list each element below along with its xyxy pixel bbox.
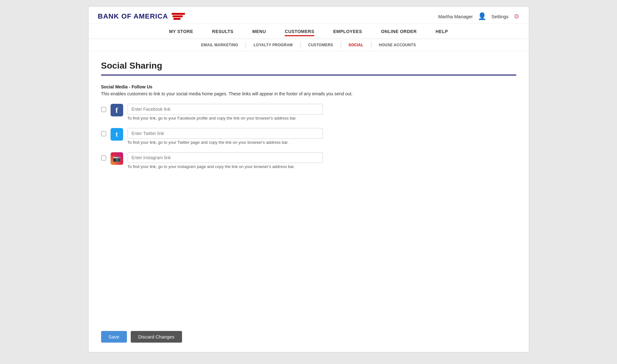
save-button[interactable]: Save [101, 331, 127, 343]
nav-help[interactable]: HELP [436, 29, 448, 36]
facebook-input-area: To find your link, go to your Facebook p… [128, 104, 516, 120]
facebook-row: f To find your link, go to your Facebook… [101, 104, 516, 120]
twitter-input[interactable] [128, 128, 323, 139]
settings-label: Settings [491, 14, 508, 19]
primary-nav: MY STORE RESULTS MENU CUSTOMERS EMPLOYEE… [89, 24, 529, 39]
subnav-customers[interactable]: CUSTOMERS [300, 42, 341, 48]
settings-icon[interactable]: ⚙ [514, 13, 519, 20]
facebook-checkbox[interactable] [101, 107, 106, 112]
nav-results[interactable]: RESULTS [212, 29, 233, 36]
section-title: Social Media - Follow Us [101, 84, 516, 89]
twitter-checkbox[interactable] [101, 131, 106, 136]
nav-online-order[interactable]: ONLINE ORDER [381, 29, 417, 36]
instagram-hint: To find your link, go to your Instagram … [128, 164, 516, 169]
nav-menu[interactable]: MENU [252, 29, 266, 36]
header-right: Martha Manager 👤 Settings ⚙ [438, 12, 519, 20]
nav-employees[interactable]: EMPLOYEES [333, 29, 362, 36]
instagram-input-area: To find your link, go to your Instagram … [128, 152, 516, 169]
user-name: Martha Manager [438, 14, 473, 19]
discard-changes-button[interactable]: Discard Changes [131, 331, 182, 343]
instagram-icon: 📷 [111, 152, 123, 165]
nav-customers[interactable]: CUSTOMERS [285, 29, 314, 36]
facebook-hint: To find your link, go to your Facebook p… [128, 116, 516, 120]
twitter-hint: To find your link, go to your Twitter pa… [128, 140, 516, 145]
brand-name: BANK OF AMERICA [98, 12, 168, 20]
instagram-checkbox[interactable] [101, 155, 106, 160]
section-desc: This enables customers to link to your s… [101, 91, 516, 96]
footer-buttons: Save Discard Changes [89, 325, 529, 352]
nav-my-store[interactable]: MY STORE [169, 29, 193, 36]
twitter-row: t To find your link, go to your Twitter … [101, 128, 516, 145]
subnav-social[interactable]: SOCIAL [341, 42, 371, 48]
instagram-row: 📷 To find your link, go to your Instagra… [101, 152, 516, 169]
page-divider [101, 75, 516, 76]
twitter-input-area: To find your link, go to your Twitter pa… [128, 128, 516, 145]
header: BANK OF AMERICA Martha Manager 👤 Setting… [89, 7, 529, 24]
subnav-loyalty-program[interactable]: LOYALTY PROGRAM [246, 42, 300, 48]
subnav-house-accounts[interactable]: HOUSE ACCOUNTS [371, 42, 424, 48]
facebook-icon: f [111, 104, 123, 116]
user-icon: 👤 [478, 12, 486, 20]
instagram-input[interactable] [128, 152, 323, 163]
facebook-input[interactable] [128, 104, 323, 115]
secondary-nav: EMAIL MARKETING LOYALTY PROGRAM CUSTOMER… [89, 39, 529, 51]
subnav-email-marketing[interactable]: EMAIL MARKETING [194, 42, 246, 48]
page-title: Social Sharing [101, 61, 516, 71]
twitter-icon: t [111, 128, 123, 141]
content-area: Social Sharing Social Media - Follow Us … [89, 51, 529, 325]
logo: BANK OF AMERICA [98, 12, 185, 20]
